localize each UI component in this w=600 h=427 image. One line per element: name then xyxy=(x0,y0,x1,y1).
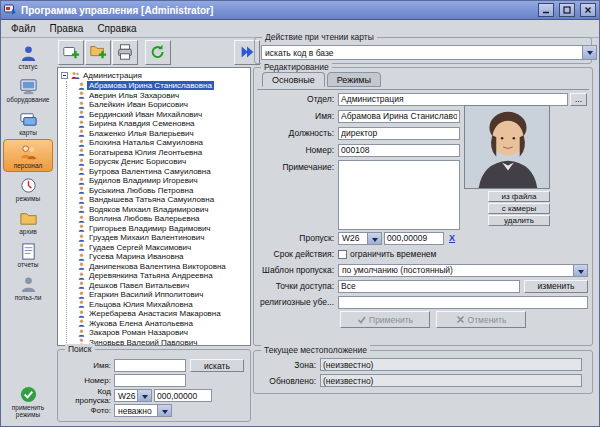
apply-check-icon xyxy=(357,315,366,324)
tree-person-row[interactable]: Воллина Любовь Валерьевна xyxy=(78,214,250,224)
person-icon xyxy=(78,319,85,327)
apply-button[interactable]: Применить xyxy=(340,311,430,328)
tree-person-row[interactable]: Егаркин Василий Ипполитович xyxy=(78,290,250,300)
tab-main[interactable]: Основные xyxy=(262,72,325,87)
tree-person-row[interactable]: Блохина Наталья Самуиловна xyxy=(78,138,250,148)
tree-person-row[interactable]: Бердинский Иван Михайлович xyxy=(78,110,250,120)
search-pass-format-select[interactable]: W26 xyxy=(114,389,152,402)
pass-clear-link[interactable]: X xyxy=(449,233,455,243)
maximize-icon[interactable] xyxy=(559,3,575,17)
person-icon xyxy=(78,158,85,166)
add-department-button[interactable] xyxy=(85,40,111,65)
print-button[interactable] xyxy=(112,40,138,65)
search-photo-select[interactable]: неважно xyxy=(114,404,172,417)
access-change-button[interactable]: изменить xyxy=(524,280,588,293)
note-label: Примечание: xyxy=(254,162,338,172)
person-icon xyxy=(78,215,85,223)
person-icon xyxy=(78,110,85,118)
sidebar-item-archive[interactable]: архив xyxy=(3,205,53,238)
pass-template-select[interactable]: по умолчанию (постоянный) xyxy=(338,264,588,277)
photo-from-file-button[interactable]: из файла xyxy=(488,191,550,202)
tree-person-row[interactable]: Груздев Михаил Валентинович xyxy=(78,233,250,243)
tree-person-row[interactable]: Дешков Павел Витальевич xyxy=(78,281,250,291)
sidebar-item-status[interactable]: статус xyxy=(3,40,53,73)
tree-person-row[interactable]: Аверин Илья Захарович xyxy=(78,91,250,101)
tree-person-row[interactable]: Борусяк Денис Борисович xyxy=(78,157,250,167)
person-icon xyxy=(78,129,85,137)
name-field[interactable] xyxy=(338,110,460,123)
titlebar[interactable]: Программа управления [Administrator] xyxy=(1,1,599,20)
cancel-button[interactable]: Отменить xyxy=(436,311,526,328)
tree-person-row[interactable]: Деревянкина Татьяна Андреевна xyxy=(78,271,250,281)
search-name-input[interactable] xyxy=(114,359,186,372)
tree-person-row[interactable]: Гудаев Сергей Максимович xyxy=(78,243,250,253)
pass-format-select[interactable]: W26 xyxy=(338,232,382,245)
tree-person-row[interactable]: Бутрова Валентина Самуиловна xyxy=(78,167,250,177)
tree-person-row[interactable]: Богатырева Юлия Леонтьевна xyxy=(78,148,250,158)
card-action-title: Действие при чтении карты xyxy=(262,32,377,43)
refresh-button[interactable] xyxy=(145,40,171,65)
app-icon xyxy=(4,3,17,18)
photo-delete-button[interactable]: удалить xyxy=(488,215,550,226)
search-number-input[interactable] xyxy=(114,374,186,387)
tree-person-row[interactable]: Бусыкина Любовь Петровна xyxy=(78,186,250,196)
access-points-label: Точки доступа: xyxy=(254,281,338,291)
tree-person-row[interactable]: Зиновьев Валерий Павлович xyxy=(78,338,250,347)
person-icon xyxy=(78,291,85,299)
person-name: Бусыкина Любовь Петровна xyxy=(87,186,195,195)
search-pass-input[interactable] xyxy=(154,389,212,402)
tree-person-row[interactable]: Балейкин Иван Борисович xyxy=(78,100,250,110)
tree-person-row[interactable]: Закаров Роман Назарович xyxy=(78,328,250,338)
tree-person-row[interactable]: Жеребарева Анастасия Макаровна xyxy=(78,309,250,319)
search-panel: Поиск Имя: искать Номер: Код пропуска: W… xyxy=(57,349,251,422)
tree-person-row[interactable]: Водяков Михаил Владимирович xyxy=(78,205,250,215)
minimize-icon[interactable] xyxy=(538,3,554,17)
pass-number-field[interactable] xyxy=(384,232,444,245)
tree-person-row[interactable]: Абрамова Ирина Станиславовна xyxy=(78,81,250,91)
tree-person-row[interactable]: Гусева Марина Ивановна xyxy=(78,252,250,262)
add-person-button[interactable] xyxy=(58,40,84,65)
tree-person-row[interactable]: Жукова Елена Анатольевна xyxy=(78,319,250,329)
sidebar-item-equipment[interactable]: оборудование xyxy=(3,73,53,106)
card-action-select[interactable]: искать код в базе xyxy=(261,45,597,60)
tree-person-row[interactable]: Ельцова Юлия Михайловна xyxy=(78,300,250,310)
menu-help[interactable]: Справка xyxy=(90,21,143,36)
tree-person-row[interactable]: Блаженко Илья Валерьевич xyxy=(78,129,250,139)
search-button[interactable]: искать xyxy=(190,359,244,372)
pass-label: Пропуск: xyxy=(254,233,338,243)
number-field[interactable] xyxy=(338,144,460,157)
person-name: Богатырева Юлия Леонтьевна xyxy=(87,148,204,157)
position-field[interactable] xyxy=(338,127,460,140)
sidebar-item-reports[interactable]: отчеты xyxy=(3,238,53,271)
person-icon xyxy=(78,310,85,318)
tree-person-row[interactable]: Бирина Клавдия Семеновна xyxy=(78,119,250,129)
person-icon xyxy=(78,139,85,147)
close-icon[interactable] xyxy=(580,3,596,17)
photo-from-camera-button[interactable]: с камеры xyxy=(488,203,550,214)
add-department-icon xyxy=(89,43,107,61)
tree-person-row[interactable]: Вандышева Татьяна Самуиловна xyxy=(78,195,250,205)
tree-root-department[interactable]: Администрация xyxy=(61,70,250,81)
apply-modes-button[interactable]: применить режимы xyxy=(3,381,53,421)
validity-checkbox[interactable] xyxy=(338,250,347,259)
collapse-toggle-icon[interactable] xyxy=(61,72,68,79)
print-icon xyxy=(116,43,134,61)
search-name-label: Имя: xyxy=(61,361,114,370)
dept-browse-button[interactable]: ... xyxy=(570,93,587,106)
sidebar-item-personnel[interactable]: персонал xyxy=(3,139,53,172)
menu-file[interactable]: Файл xyxy=(4,21,43,36)
custom-field[interactable] xyxy=(338,296,588,309)
note-field[interactable] xyxy=(338,160,460,230)
reports-icon xyxy=(19,242,38,261)
access-points-field[interactable] xyxy=(338,280,520,293)
sidebar-item-users[interactable]: польз-ли xyxy=(3,271,53,304)
menu-edit[interactable]: Правка xyxy=(43,21,91,36)
tree-person-row[interactable]: Данипенкова Валентина Викторовна xyxy=(78,262,250,272)
tree-person-row[interactable]: Григорьев Владимир Вадимович xyxy=(78,224,250,234)
tree-person-row[interactable]: Будилов Владимир Игоревич xyxy=(78,176,250,186)
tab-modes[interactable]: Режимы xyxy=(327,72,381,87)
dept-field[interactable] xyxy=(338,93,568,106)
sidebar-item-modes[interactable]: режимы xyxy=(3,172,53,205)
sidebar-item-cards[interactable]: карты xyxy=(3,106,53,139)
name-label: Имя: xyxy=(254,111,338,121)
